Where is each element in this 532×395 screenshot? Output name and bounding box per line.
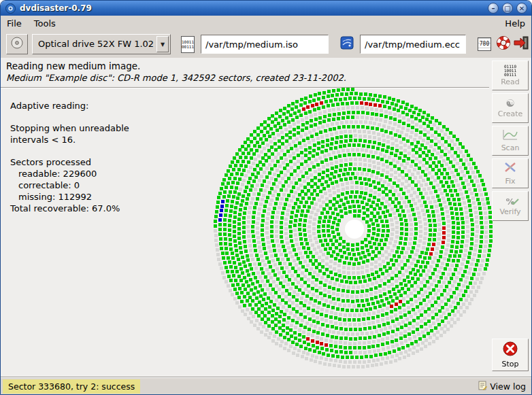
app-window: dvdisaster-0.79 – □ ✕ File Tools Help Op… [0, 0, 532, 395]
sectors-processed-title: Sectors processed [10, 156, 129, 168]
fix-button[interactable]: Fix [492, 158, 529, 188]
create-button[interactable]: ☯ Create [492, 93, 529, 123]
image-size-button[interactable]: 780 [476, 35, 493, 54]
drive-selector[interactable]: Optical drive 52X FW 1.02 ▼ [32, 34, 171, 54]
main-area: Reading new medium image. Medium "Exampl… [1, 58, 531, 377]
exit-arrow-icon [513, 35, 529, 53]
help-button[interactable] [495, 35, 512, 54]
correctable-count: correctable: 0 [10, 179, 129, 191]
drive-selector-value: Optical drive 52X FW 1.02 [33, 35, 155, 54]
total-recoverable: Total recoverable: 67.0% [10, 203, 129, 214]
stop-icon [503, 341, 518, 359]
verify-icon: % [505, 196, 514, 207]
readable-count: readable: 229600 [10, 168, 129, 179]
image-file-icon: 10011 00111 [181, 36, 195, 53]
stopping-line2: intervals < 16. [10, 134, 129, 145]
menu-help[interactable]: Help [499, 17, 531, 30]
close-button[interactable]: ✕ [516, 3, 527, 14]
status-message: Sector 333680, try 2: success [3, 379, 140, 394]
read-icon: 01110 10011 00111 [504, 65, 516, 77]
reading-info-panel: Adaptive reading: Stopping when unreadab… [10, 100, 129, 214]
image-file-input[interactable] [201, 35, 329, 54]
lifebelt-help-icon [496, 35, 511, 53]
scan-button[interactable]: Scan [492, 126, 529, 156]
chevron-down-icon[interactable]: ▼ [156, 36, 169, 52]
menu-file[interactable]: File [1, 17, 28, 30]
menubar: File Tools Help [1, 16, 531, 31]
drive-select-button[interactable] [6, 34, 28, 54]
ecc-file-button[interactable] [337, 34, 357, 54]
log-icon [478, 381, 487, 392]
drive-icon [10, 36, 24, 52]
stopping-line1: Stopping when unreadable [10, 122, 129, 134]
create-icon: ☯ [505, 98, 514, 109]
minimize-button[interactable]: – [488, 3, 499, 14]
window-controls: – □ ✕ [488, 3, 527, 14]
window-title: dvdisaster-0.79 [20, 3, 488, 13]
missing-count: missing: 112992 [10, 191, 129, 203]
view-log-button[interactable]: View log [473, 381, 531, 392]
fix-icon [503, 161, 517, 176]
maximize-button[interactable]: □ [502, 3, 513, 14]
verify-button[interactable]: % Verify [492, 191, 529, 221]
quit-button[interactable] [512, 35, 530, 54]
app-icon [5, 3, 16, 14]
ecc-file-icon [340, 36, 354, 52]
adaptive-reading-title: Adaptive reading: [10, 100, 129, 111]
toolbar: Optical drive 52X FW 1.02 ▼ 10011 00111 [1, 31, 531, 58]
ecc-file-input[interactable] [360, 35, 466, 54]
image-file-button[interactable]: 10011 00111 [178, 34, 198, 54]
status-headline: Reading new medium image. [6, 61, 140, 71]
titlebar[interactable]: dvdisaster-0.79 – □ ✕ [1, 1, 531, 16]
statusbar: Sector 333680, try 2: success View log [1, 377, 531, 395]
image-size-icon: 780 [478, 37, 491, 51]
stop-button[interactable]: Stop [492, 339, 529, 371]
disc-spiral-visualization [205, 80, 504, 379]
menu-tools[interactable]: Tools [28, 17, 62, 30]
sidebar: 01110 10011 00111 Read ☯ Create Scan [492, 61, 530, 377]
read-button[interactable]: 01110 10011 00111 Read [492, 61, 529, 90]
scan-icon [503, 129, 518, 143]
